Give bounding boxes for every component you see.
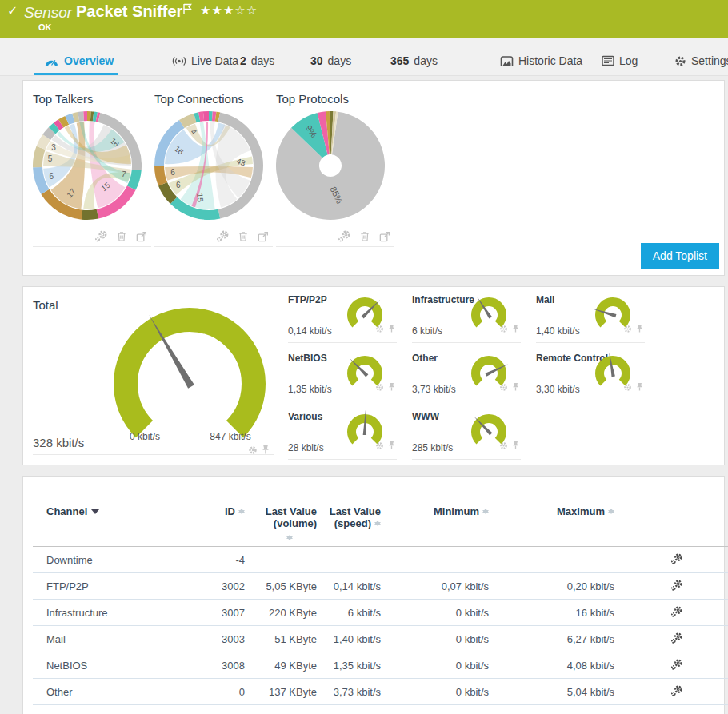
edit-channel-icon[interactable] bbox=[614, 652, 728, 679]
tab-overview[interactable]: Overview bbox=[44, 54, 114, 67]
col-header-last-volume[interactable]: Last Value (volume) bbox=[245, 501, 317, 547]
table-row: Downtime -4 bbox=[33, 547, 728, 573]
table-row: Other 0 137 KByte 3,73 kbit/s 0 kbit/s 5… bbox=[33, 679, 728, 705]
cell-volume: 137 KByte bbox=[245, 679, 317, 705]
svg-text:6: 6 bbox=[176, 181, 181, 189]
gauge-pin-icon[interactable] bbox=[636, 381, 643, 395]
tab-label: Overview bbox=[64, 54, 114, 67]
gauge-tile-netbios: NetBIOS 1,35 kbit/s bbox=[288, 350, 397, 401]
gauge-scale-max: 847 kbit/s bbox=[202, 431, 258, 442]
edit-channel-icon[interactable] bbox=[614, 547, 728, 573]
cell-maximum: 4,08 kbit/s bbox=[489, 652, 614, 679]
gauge-settings-icon[interactable] bbox=[499, 439, 508, 453]
open-toplist-icon[interactable] bbox=[135, 230, 148, 243]
tab-days[interactable]: 30 days bbox=[310, 54, 351, 67]
gauge-pin-icon[interactable] bbox=[512, 381, 519, 395]
channel-gauge-value: 6 kbit/s bbox=[412, 325, 442, 337]
svg-text:6: 6 bbox=[170, 168, 175, 177]
gauge-pin-icon[interactable] bbox=[636, 322, 643, 337]
toplist-tile: Top Talkers 1671517653 bbox=[33, 87, 151, 247]
table-row: Mail 3003 51 KByte 1,40 kbit/s 0 kbit/s … bbox=[33, 626, 728, 652]
open-toplist-icon[interactable] bbox=[378, 230, 391, 243]
tab-days[interactable]: 2 days bbox=[240, 54, 274, 67]
tab-settings[interactable]: Settings bbox=[674, 54, 728, 67]
cell-maximum: 6,27 kbit/s bbox=[489, 626, 614, 652]
gauge-tile-mail: Mail 1,40 kbit/s bbox=[536, 292, 645, 343]
sort-icon bbox=[238, 505, 245, 515]
toplist-chart[interactable]: 9%85% bbox=[276, 109, 394, 225]
cell-speed bbox=[317, 547, 381, 573]
edit-channel-icon[interactable] bbox=[614, 679, 728, 705]
gauge-tile-other: Other 3,73 kbit/s bbox=[412, 350, 521, 401]
gauge-tile-www: WWW 285 kbit/s bbox=[412, 409, 521, 460]
sensor-header: ✓ Sensor Packet Sniffer ★★★☆☆ OK bbox=[0, 0, 728, 38]
gauge-pin-icon[interactable] bbox=[512, 439, 519, 453]
cell-id: 0 bbox=[185, 679, 245, 705]
cell-minimum bbox=[381, 547, 489, 573]
edit-toplist-icon[interactable] bbox=[338, 229, 351, 243]
col-header-edit bbox=[614, 501, 728, 547]
tab-bar: Overview Live Data 2 days 30 days 365 da… bbox=[0, 38, 728, 76]
gauge-pin-icon[interactable] bbox=[262, 444, 270, 458]
gauge-pin-icon[interactable] bbox=[388, 439, 395, 453]
gauge-tile-various: Various 28 kbit/s bbox=[288, 409, 397, 460]
sort-icon bbox=[286, 532, 293, 541]
gauge-pin-icon[interactable] bbox=[388, 322, 395, 337]
flag-icon[interactable] bbox=[182, 3, 193, 18]
sort-desc-icon bbox=[91, 509, 99, 518]
delete-toplist-icon[interactable] bbox=[115, 230, 128, 243]
tab-label: days bbox=[328, 54, 352, 67]
col-header-last-speed[interactable]: Last Value (speed) bbox=[317, 501, 381, 547]
edit-channel-icon[interactable] bbox=[614, 600, 728, 626]
toplist-chart[interactable]: 431566164 bbox=[154, 109, 273, 225]
gauge-settings-icon[interactable] bbox=[375, 439, 384, 453]
channel-table: Channel ID Last Value (volume) Last Valu… bbox=[33, 501, 728, 705]
gauge-settings-icon[interactable] bbox=[499, 322, 508, 337]
toplist-title: Top Talkers bbox=[33, 87, 151, 109]
tab-historic-data[interactable]: Historic Data bbox=[500, 54, 582, 67]
gauge-settings-icon[interactable] bbox=[499, 381, 508, 395]
tab-days[interactable]: 365 days bbox=[390, 54, 438, 67]
open-toplist-icon[interactable] bbox=[257, 230, 270, 243]
channel-gauge-value: 1,40 kbit/s bbox=[536, 325, 580, 337]
svg-text:43: 43 bbox=[235, 157, 247, 168]
channel-gauge-value: 285 kbit/s bbox=[412, 442, 453, 453]
tab-label: Historic Data bbox=[518, 54, 582, 67]
channel-table-panel: Channel ID Last Value (volume) Last Valu… bbox=[22, 476, 725, 714]
gauge-settings-icon[interactable] bbox=[248, 444, 258, 458]
tab-log[interactable]: Log bbox=[602, 54, 638, 67]
col-header-id[interactable]: ID bbox=[185, 501, 245, 547]
cell-speed: 1,35 kbit/s bbox=[317, 652, 381, 679]
edit-toplist-icon[interactable] bbox=[94, 229, 108, 243]
status-badge: OK bbox=[38, 22, 52, 32]
total-gauge-tile: Total 0 kbit/s 847 kbit/s 328 kbit/s bbox=[33, 293, 274, 455]
add-toplist-button[interactable]: Add Toplist bbox=[641, 243, 719, 269]
gauge-settings-icon[interactable] bbox=[375, 322, 384, 337]
gauge-pin-icon[interactable] bbox=[512, 322, 519, 337]
edit-toplist-icon[interactable] bbox=[216, 229, 230, 243]
cell-speed: 6 kbit/s bbox=[317, 600, 381, 626]
toplist-chart[interactable]: 1671517653 bbox=[33, 109, 151, 225]
priority-stars[interactable]: ★★★☆☆ bbox=[200, 3, 258, 18]
col-header-maximum[interactable]: Maximum bbox=[489, 501, 614, 547]
cell-speed: 3,73 kbit/s bbox=[317, 679, 381, 705]
cell-id: 3002 bbox=[185, 573, 245, 600]
col-header-channel[interactable]: Channel bbox=[33, 501, 185, 547]
col-header-minimum[interactable]: Minimum bbox=[381, 501, 489, 547]
tab-live-data[interactable]: Live Data bbox=[172, 54, 238, 67]
delete-toplist-icon[interactable] bbox=[237, 230, 250, 243]
gauge-settings-icon[interactable] bbox=[623, 322, 632, 337]
gauge-settings-icon[interactable] bbox=[375, 381, 384, 395]
gauge-pin-icon[interactable] bbox=[388, 381, 395, 395]
edit-channel-icon[interactable] bbox=[614, 626, 728, 652]
sort-icon bbox=[482, 505, 489, 515]
tab-label: Log bbox=[619, 54, 638, 67]
delete-toplist-icon[interactable] bbox=[358, 230, 371, 243]
gauge-tile-infrastructure: Infrastructure 6 kbit/s bbox=[412, 292, 521, 343]
tab-label: days bbox=[414, 54, 438, 67]
cell-maximum: 5,04 kbit/s bbox=[489, 679, 614, 705]
edit-channel-icon[interactable] bbox=[614, 573, 728, 600]
cell-id: 3008 bbox=[185, 652, 245, 679]
gauge-settings-icon[interactable] bbox=[623, 381, 632, 395]
gauge-icon bbox=[44, 55, 59, 67]
